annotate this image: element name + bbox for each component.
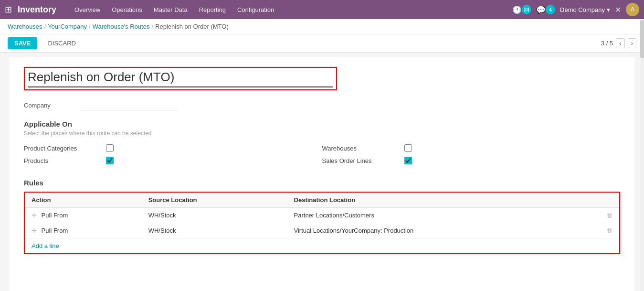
nav-overview[interactable]: Overview (70, 4, 105, 15)
toolbar-pagination: 3 / 5 ‹ › (601, 38, 636, 48)
rule-destination-2: Virtual Locations/YourCompany: Productio… (287, 223, 600, 238)
breadcrumb-sep-1: / (44, 23, 46, 30)
col-action: Action (25, 193, 142, 208)
drag-handle-2[interactable]: ✛ (32, 227, 37, 234)
scrollbar-track[interactable] (640, 19, 644, 291)
nav-operations[interactable]: Operations (107, 4, 147, 15)
nav-configuration[interactable]: Configuration (232, 4, 279, 15)
grid-icon[interactable]: ⊞ (5, 4, 12, 15)
rules-table: Action Source Location Destination Locat… (25, 193, 619, 238)
topbar: ⊞ Inventory Overview Operations Master D… (0, 0, 644, 19)
breadcrumb-routes[interactable]: Warehouse's Routes (93, 23, 150, 30)
rules-section: Rules Action Source Location Destination… (24, 179, 620, 254)
scrollbar-thumb[interactable] (640, 20, 644, 58)
product-categories-label: Product Categories (24, 145, 100, 152)
rule-source-2: WH/Stock (142, 223, 287, 238)
rules-table-wrapper: Action Source Location Destination Locat… (24, 192, 620, 254)
toolbar: SAVE DISCARD 3 / 5 ‹ › (0, 34, 644, 53)
col-actions (600, 193, 619, 208)
add-line-button[interactable]: Add a line (25, 238, 66, 253)
nav-master-data[interactable]: Master Data (149, 4, 192, 15)
company-switcher[interactable]: Demo Company ▾ (560, 6, 610, 13)
main-content: Company Applicable On Select the places … (10, 57, 634, 291)
rule-destination-1: Partner Locations/Customers (287, 208, 600, 223)
drag-handle-1[interactable]: ✛ (32, 212, 37, 219)
rules-title: Rules (24, 179, 620, 187)
col-source: Source Location (142, 193, 287, 208)
clock-icon: 🕐 (512, 5, 522, 14)
products-row: Products (24, 157, 322, 164)
product-categories-row: Product Categories (24, 144, 322, 152)
table-row: ✛ Pull From WH/Stock Virtual Locations/Y… (25, 223, 619, 238)
company-row: Company (24, 100, 620, 110)
product-categories-checkbox[interactable] (106, 144, 114, 152)
rule-action-2[interactable]: ✛ Pull From (25, 223, 142, 238)
products-label: Products (24, 157, 100, 164)
warehouses-label: Warehouses (322, 145, 399, 152)
breadcrumb-sep-2: / (89, 23, 91, 30)
products-checkbox[interactable] (106, 157, 114, 164)
close-icon[interactable]: ✕ (615, 5, 621, 14)
applicable-on-checkboxes: Product Categories Warehouses Products S… (24, 144, 620, 164)
sales-order-lines-row: Sales Order Lines (322, 157, 621, 164)
rule-delete-1[interactable]: 🗑 (600, 208, 619, 223)
topbar-nav: Overview Operations Master Data Reportin… (70, 4, 508, 15)
breadcrumb: Warehouses / YourCompany / Warehouse's R… (0, 19, 644, 34)
chat-icon-btn[interactable]: 💬 4 (536, 5, 555, 14)
delete-icon-2[interactable]: 🗑 (606, 227, 612, 234)
breadcrumb-yourcompany[interactable]: YourCompany (48, 23, 87, 30)
warehouses-checkbox[interactable] (404, 144, 412, 152)
sales-order-lines-label: Sales Order Lines (322, 157, 399, 164)
sales-order-lines-checkbox[interactable] (404, 157, 412, 164)
warehouses-row: Warehouses (322, 144, 621, 152)
applicable-on-title: Applicable On (24, 120, 620, 128)
chat-badge: 4 (546, 5, 555, 14)
save-button[interactable]: SAVE (8, 37, 37, 49)
table-row: ✛ Pull From WH/Stock Partner Locations/C… (25, 208, 619, 223)
chat-icon: 💬 (536, 5, 546, 14)
breadcrumb-sep-3: / (151, 23, 153, 30)
rule-delete-2[interactable]: 🗑 (600, 223, 619, 238)
clock-badge: 24 (522, 5, 531, 14)
company-name: Demo Company (560, 6, 605, 13)
breadcrumb-warehouses[interactable]: Warehouses (8, 23, 42, 30)
rule-action-1[interactable]: ✛ Pull From (25, 208, 142, 223)
app-name: Inventory (18, 5, 56, 15)
pagination-label: 3 / 5 (601, 40, 613, 47)
discard-button[interactable]: DISCARD (41, 37, 83, 49)
topbar-right: 🕐 24 💬 4 Demo Company ▾ ✕ A (512, 3, 639, 16)
applicable-on-subtitle: Select the places where this route can b… (24, 130, 620, 137)
avatar[interactable]: A (626, 3, 639, 16)
nav-reporting[interactable]: Reporting (194, 4, 231, 15)
delete-icon-1[interactable]: 🗑 (606, 212, 612, 219)
rule-source-1: WH/Stock (142, 208, 287, 223)
chevron-down-icon: ▾ (607, 6, 610, 13)
clock-icon-btn[interactable]: 🕐 24 (512, 5, 531, 14)
breadcrumb-current: Replenish on Order (MTO) (155, 23, 229, 30)
col-destination: Destination Location (287, 193, 600, 208)
toolbar-actions: SAVE DISCARD (8, 37, 83, 49)
title-field-wrapper (24, 67, 337, 90)
next-record-button[interactable]: › (628, 38, 636, 48)
company-select[interactable] (81, 100, 177, 110)
company-label: Company (24, 102, 81, 109)
route-name-input[interactable] (28, 70, 333, 87)
prev-record-button[interactable]: ‹ (616, 38, 624, 48)
